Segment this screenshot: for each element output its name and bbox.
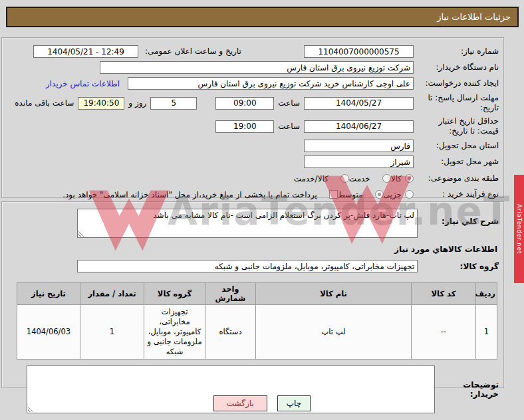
footer-buttons: چاپ بازگشت xyxy=(0,395,524,411)
response-deadline-date-field[interactable]: 1404/05/27 xyxy=(304,97,414,110)
row-delivery-city: شهر محل تحویل: شیراز xyxy=(7,156,499,168)
announce-datetime-label: تاریخ و ساعت اعلان عمومی: xyxy=(141,47,241,56)
need-info-groupbox: شماره نیاز: 1104007000000575 تاریخ و ساع… xyxy=(1,37,504,198)
cell-goods-name: لپ تاپ xyxy=(256,305,412,360)
row-subject-class: طبقه بندی موضوعی: کالا خدمت کالا/خدمت xyxy=(7,172,499,185)
row-creator: ایجاد کننده درخواست: علی اوجی کارشناس خر… xyxy=(7,77,499,90)
delivery-city-field[interactable]: شیراز xyxy=(304,156,414,168)
radio-goods-service-label: کالا/خدمت xyxy=(294,174,328,183)
announce-datetime-field[interactable]: 1404/05/21 - 12:49 xyxy=(33,45,138,58)
cell-row-number: 1 xyxy=(476,305,497,360)
cell-need-date: 1404/06/03 xyxy=(17,305,80,360)
row-price-validity: حداقل تاریخ اعتبار قیمت: تا تاریخ: 1404/… xyxy=(7,116,499,136)
row-response-deadline: مهلت ارسال پاسخ: تا تاریخ: 1404/05/27 سا… xyxy=(7,93,499,113)
treasury-payment-label: پرداخت تمام یا بخشی از مبلغ خرید،از محل … xyxy=(63,190,317,199)
watermark-side-banner: AriaTender.net xyxy=(514,175,524,283)
col-header-goods-group: گروه کالا xyxy=(144,283,205,305)
row-goods-group: گروه کالا: تجهیزات مخابراتی، کامپیوتر، م… xyxy=(7,260,499,272)
radio-medium[interactable] xyxy=(375,190,384,199)
back-button[interactable]: بازگشت xyxy=(213,395,267,411)
remaining-suffix-label: ساعت باقی مانده xyxy=(15,98,74,108)
goods-table: ردیف کد کالا نام کالا واحد شمارش گروه کا… xyxy=(17,282,497,360)
creator-field[interactable]: علی اوجی کارشناس خرید شرکت توزیع نیروی ب… xyxy=(128,77,414,90)
cell-goods-code: -- xyxy=(412,305,476,360)
price-validity-time-field[interactable]: 19:00 xyxy=(215,120,274,133)
col-header-goods-code: کد کالا xyxy=(412,283,476,305)
remaining-days-label: روز و xyxy=(128,98,146,108)
delivery-city-label: شهر محل تحویل: xyxy=(414,157,499,167)
goods-section-title: اطلاعات کالاهاي مورد نیاز xyxy=(8,245,497,254)
creator-label: ایجاد کننده درخواست: xyxy=(414,78,499,88)
radio-goods-label: کالا xyxy=(391,174,402,183)
process-type-label: نوع فرآیند خرید : xyxy=(414,189,499,199)
price-validity-date-field[interactable]: 1404/06/27 xyxy=(304,120,414,133)
cell-goods-group: تجهیزات مخابراتی، کامپیوتر، موبایل، ملزو… xyxy=(144,305,205,360)
resize-grip-icon[interactable] xyxy=(78,231,84,237)
col-header-goods-name: نام کالا xyxy=(256,283,412,305)
description-label: شرح کلي نیاز: xyxy=(418,209,499,226)
radio-partial-label: جزیی xyxy=(384,190,402,199)
cell-quantity: 1 xyxy=(80,305,144,360)
remaining-days-field: 5 xyxy=(150,97,197,110)
cell-unit: دستگاه xyxy=(205,305,256,360)
radio-medium-label: متوسط xyxy=(338,190,363,199)
buyer-org-label: نام دستگاه خریدار: xyxy=(414,62,499,72)
delivery-province-field[interactable]: فارس xyxy=(304,140,414,152)
treasury-payment-checkbox[interactable] xyxy=(329,190,338,199)
description-textarea[interactable]: لپ تاب-هارد فلش-پر کردن برگ استعلام الزا… xyxy=(77,209,418,238)
subject-class-label: طبقه بندی موضوعی: xyxy=(414,173,499,183)
response-deadline-time-field[interactable]: 09:00 xyxy=(215,97,274,110)
goods-group-label: گروه کالا: xyxy=(418,262,499,271)
price-validity-label: حداقل تاریخ اعتبار قیمت: تا تاریخ: xyxy=(414,116,499,136)
buyer-contact-link[interactable]: اطلاعات تماس خریدار xyxy=(46,79,120,88)
goods-group-field[interactable]: تجهیزات مخابراتی، کامپیوتر، موبایل، ملزو… xyxy=(77,260,418,272)
radio-partial[interactable] xyxy=(405,190,414,199)
col-header-quantity: تعداد / مقدار xyxy=(80,283,144,305)
response-deadline-label: مهلت ارسال پاسخ: تا تاریخ: xyxy=(414,93,499,113)
buyer-org-field[interactable]: شرکت توزیع نیروی برق استان فارس xyxy=(100,61,414,74)
delivery-province-label: استان محل تحویل: xyxy=(414,141,499,151)
col-header-row-number: ردیف xyxy=(476,283,497,305)
page-title: جزئیات اطلاعات نیاز xyxy=(437,12,511,22)
radio-goods-service[interactable] xyxy=(340,174,349,183)
description-text: لپ تاب-هارد فلش-پر کردن برگ استعلام الزا… xyxy=(153,211,414,220)
row-buyer-org: نام دستگاه خریدار: شرکت توزیع نیروی برق … xyxy=(7,61,499,74)
table-row: 1 -- لپ تاپ دستگاه تجهیزات مخابراتی، کام… xyxy=(17,305,497,360)
row-description: شرح کلي نیاز: لپ تاب-هارد فلش-پر کردن بر… xyxy=(7,209,499,238)
radio-service[interactable] xyxy=(382,174,391,183)
need-number-field[interactable]: 1104007000000575 xyxy=(304,45,414,58)
radio-service-label: خدمت xyxy=(349,174,370,183)
goods-info-groupbox: شرح کلي نیاز: لپ تاب-هارد فلش-پر کردن بر… xyxy=(1,201,504,388)
goods-table-header-row: ردیف کد کالا نام کالا واحد شمارش گروه کا… xyxy=(17,283,497,305)
col-header-unit: واحد شمارش xyxy=(205,283,256,305)
remaining-time-field: 19:40:50 xyxy=(78,97,124,110)
row-delivery-province: استان محل تحویل: فارس xyxy=(7,140,499,152)
row-need-number: شماره نیاز: 1104007000000575 تاریخ و ساع… xyxy=(7,45,499,58)
row-process-type: نوع فرآیند خرید : جزیی متوسط پرداخت تمام… xyxy=(7,188,499,201)
page-title-bar: جزئیات اطلاعات نیاز xyxy=(6,7,519,27)
need-number-label: شماره نیاز: xyxy=(414,47,499,56)
response-deadline-hour-label: ساعت xyxy=(278,98,300,108)
radio-goods[interactable] xyxy=(405,174,414,183)
print-button[interactable]: چاپ xyxy=(277,395,311,411)
price-validity-hour-label: ساعت xyxy=(278,122,300,131)
col-header-need-date: تاریخ نیاز xyxy=(17,283,80,305)
